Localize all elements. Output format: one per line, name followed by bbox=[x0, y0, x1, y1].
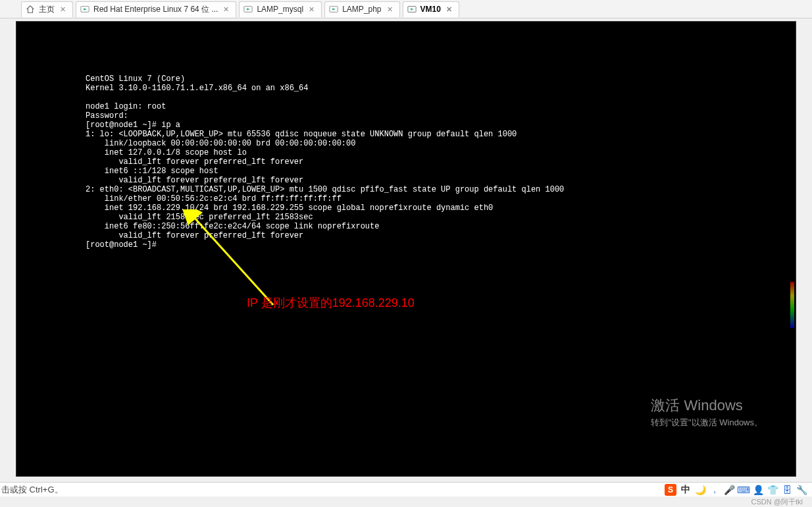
tab-mysql-label: LAMP_mysql bbox=[257, 5, 303, 14]
tab-vm10[interactable]: VM10 ✕ bbox=[403, 1, 459, 17]
status-bar: 击或按 Ctrl+G。 S 中 🌙 ， 🎤 ⌨ 👤 👕 🗄 🔧 bbox=[0, 482, 812, 496]
tab-php[interactable]: LAMP_php ✕ bbox=[324, 1, 399, 17]
watermark-subtitle: 转到"设置"以激活 Windows。 bbox=[651, 417, 763, 429]
close-icon[interactable]: ✕ bbox=[386, 5, 394, 14]
vm-icon bbox=[407, 5, 417, 14]
close-icon[interactable]: ✕ bbox=[222, 5, 230, 14]
vm-icon bbox=[80, 5, 89, 14]
svg-marker-5 bbox=[332, 8, 335, 11]
windows-activation-watermark: 激活 Windows 转到"设置"以激活 Windows。 bbox=[651, 396, 763, 429]
tab-rhel-label: Red Hat Enterprise Linux 7 64 位 ... bbox=[93, 4, 218, 15]
moon-icon[interactable]: 🌙 bbox=[695, 485, 705, 495]
tab-vm10-label: VM10 bbox=[420, 5, 441, 14]
tab-home[interactable]: 主页 ✕ bbox=[21, 1, 73, 17]
close-icon[interactable]: ✕ bbox=[59, 5, 67, 14]
tab-bar: 主页 ✕ Red Hat Enterprise Linux 7 64 位 ...… bbox=[0, 0, 812, 18]
person-icon[interactable]: 👤 bbox=[753, 485, 763, 495]
svg-marker-3 bbox=[247, 8, 250, 11]
keyboard-icon[interactable]: ⌨ bbox=[738, 485, 749, 495]
terminal-output: CentOS Linux 7 (Core) Kernel 3.10.0-1160… bbox=[16, 22, 796, 250]
audio-meter-icon bbox=[790, 282, 794, 328]
tab-mysql[interactable]: LAMP_mysql ✕ bbox=[239, 1, 322, 17]
skin-icon[interactable]: 👕 bbox=[767, 485, 778, 495]
vm-icon bbox=[243, 5, 253, 14]
watermark-title: 激活 Windows bbox=[651, 396, 763, 415]
csdn-watermark: CSDN @阿干tkl bbox=[751, 497, 803, 507]
toolbox-icon[interactable]: 🗄 bbox=[782, 485, 792, 495]
mic-icon[interactable]: 🎤 bbox=[724, 485, 734, 495]
tab-rhel[interactable]: Red Hat Enterprise Linux 7 64 位 ... ✕ bbox=[76, 1, 236, 17]
sogou-icon[interactable]: S bbox=[665, 484, 676, 496]
close-icon[interactable]: ✕ bbox=[307, 5, 316, 14]
vm-icon bbox=[329, 5, 338, 14]
settings-icon[interactable]: 🔧 bbox=[796, 485, 807, 495]
vm-console[interactable]: CentOS Linux 7 (Core) Kernel 3.10.0-1160… bbox=[16, 21, 796, 477]
annotation-text: IP 是刚才设置的192.168.229.10 bbox=[247, 295, 415, 311]
svg-marker-7 bbox=[411, 8, 413, 11]
close-icon[interactable]: ✕ bbox=[445, 5, 453, 14]
ime-tray: S 中 🌙 ， 🎤 ⌨ 👤 👕 🗄 🔧 bbox=[665, 484, 807, 496]
home-icon bbox=[26, 5, 35, 14]
svg-marker-1 bbox=[84, 8, 86, 11]
tab-php-label: LAMP_php bbox=[342, 5, 381, 14]
punctuation-icon[interactable]: ， bbox=[709, 485, 720, 495]
status-hint: 击或按 Ctrl+G。 bbox=[1, 484, 63, 496]
ime-lang-toggle[interactable]: 中 bbox=[680, 485, 691, 495]
tab-home-label: 主页 bbox=[39, 4, 55, 15]
